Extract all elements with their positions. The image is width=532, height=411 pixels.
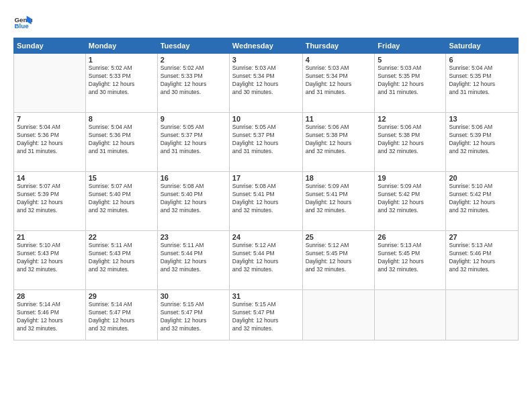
day-number: 12: [378, 115, 443, 123]
day-number: 18: [306, 174, 372, 182]
calendar-cell: 14Sunrise: 5:07 AM Sunset: 5:39 PM Dayli…: [14, 172, 86, 231]
day-info: Sunrise: 5:05 AM Sunset: 5:37 PM Dayligh…: [232, 124, 300, 156]
day-number: 14: [17, 174, 83, 182]
day-info: Sunrise: 5:04 AM Sunset: 5:36 PM Dayligh…: [89, 124, 154, 156]
calendar-cell: 2Sunrise: 5:02 AM Sunset: 5:33 PM Daylig…: [157, 54, 229, 113]
calendar-cell: 17Sunrise: 5:08 AM Sunset: 5:41 PM Dayli…: [229, 172, 302, 231]
calendar-cell: 12Sunrise: 5:06 AM Sunset: 5:38 PM Dayli…: [375, 113, 446, 172]
calendar-cell: 22Sunrise: 5:11 AM Sunset: 5:43 PM Dayli…: [85, 231, 157, 290]
day-info: Sunrise: 5:03 AM Sunset: 5:34 PM Dayligh…: [232, 64, 300, 97]
day-number: 15: [89, 174, 154, 182]
weekday-header-sunday: Sunday: [14, 38, 86, 54]
calendar-cell: 13Sunrise: 5:06 AM Sunset: 5:39 PM Dayli…: [446, 113, 519, 172]
calendar-cell: [14, 54, 86, 113]
day-number: 21: [17, 233, 83, 241]
logo: General Blue: [13, 12, 35, 31]
header: General Blue: [13, 12, 519, 31]
day-number: 5: [378, 56, 443, 64]
day-info: Sunrise: 5:12 AM Sunset: 5:44 PM Dayligh…: [232, 242, 300, 274]
day-info: Sunrise: 5:08 AM Sunset: 5:41 PM Dayligh…: [232, 183, 300, 215]
day-number: 7: [17, 115, 83, 123]
calendar-cell: 18Sunrise: 5:09 AM Sunset: 5:41 PM Dayli…: [302, 172, 375, 231]
calendar-cell: 24Sunrise: 5:12 AM Sunset: 5:44 PM Dayli…: [229, 231, 302, 290]
page: General Blue SundayMondayTuesdayWednesda…: [0, 0, 532, 411]
day-info: Sunrise: 5:14 AM Sunset: 5:46 PM Dayligh…: [17, 301, 83, 333]
calendar-cell: 7Sunrise: 5:04 AM Sunset: 5:36 PM Daylig…: [14, 113, 86, 172]
calendar-cell: 31Sunrise: 5:15 AM Sunset: 5:47 PM Dayli…: [229, 290, 302, 340]
day-number: 2: [161, 56, 226, 64]
weekday-header-wednesday: Wednesday: [229, 38, 302, 54]
day-number: 8: [89, 115, 154, 123]
day-info: Sunrise: 5:04 AM Sunset: 5:36 PM Dayligh…: [17, 124, 83, 156]
calendar-cell: 10Sunrise: 5:05 AM Sunset: 5:37 PM Dayli…: [229, 113, 302, 172]
day-info: Sunrise: 5:06 AM Sunset: 5:39 PM Dayligh…: [449, 124, 515, 156]
day-number: 6: [449, 56, 515, 64]
day-number: 22: [89, 233, 154, 241]
day-number: 28: [17, 292, 83, 300]
day-info: Sunrise: 5:07 AM Sunset: 5:39 PM Dayligh…: [17, 183, 83, 215]
day-info: Sunrise: 5:15 AM Sunset: 5:47 PM Dayligh…: [161, 301, 226, 333]
calendar-header: SundayMondayTuesdayWednesdayThursdayFrid…: [14, 38, 519, 54]
day-info: Sunrise: 5:11 AM Sunset: 5:43 PM Dayligh…: [89, 242, 154, 274]
calendar-week-row: 14Sunrise: 5:07 AM Sunset: 5:39 PM Dayli…: [14, 172, 519, 231]
day-info: Sunrise: 5:05 AM Sunset: 5:37 PM Dayligh…: [161, 124, 226, 156]
day-number: 4: [306, 56, 372, 64]
day-number: 13: [449, 115, 515, 123]
day-number: 30: [161, 292, 226, 300]
weekday-header-monday: Monday: [85, 38, 157, 54]
calendar-week-row: 7Sunrise: 5:04 AM Sunset: 5:36 PM Daylig…: [14, 113, 519, 172]
day-number: 3: [232, 56, 300, 64]
calendar-cell: 25Sunrise: 5:12 AM Sunset: 5:45 PM Dayli…: [302, 231, 375, 290]
day-number: 20: [449, 174, 515, 182]
calendar-cell: 4Sunrise: 5:03 AM Sunset: 5:34 PM Daylig…: [302, 54, 375, 113]
day-info: Sunrise: 5:14 AM Sunset: 5:47 PM Dayligh…: [89, 301, 154, 333]
calendar-cell: [446, 290, 519, 340]
day-info: Sunrise: 5:02 AM Sunset: 5:33 PM Dayligh…: [161, 64, 226, 97]
logo-icon: General Blue: [13, 12, 32, 31]
day-number: 9: [161, 115, 226, 123]
day-info: Sunrise: 5:13 AM Sunset: 5:46 PM Dayligh…: [449, 242, 515, 274]
calendar-cell: 3Sunrise: 5:03 AM Sunset: 5:34 PM Daylig…: [229, 54, 302, 113]
calendar-cell: 20Sunrise: 5:10 AM Sunset: 5:42 PM Dayli…: [446, 172, 519, 231]
day-info: Sunrise: 5:10 AM Sunset: 5:43 PM Dayligh…: [17, 242, 83, 274]
calendar-week-row: 1Sunrise: 5:02 AM Sunset: 5:33 PM Daylig…: [14, 54, 519, 113]
day-number: 27: [449, 233, 515, 241]
day-number: 11: [306, 115, 372, 123]
day-number: 25: [306, 233, 372, 241]
day-info: Sunrise: 5:09 AM Sunset: 5:41 PM Dayligh…: [306, 183, 372, 215]
day-info: Sunrise: 5:08 AM Sunset: 5:40 PM Dayligh…: [161, 183, 226, 215]
day-info: Sunrise: 5:12 AM Sunset: 5:45 PM Dayligh…: [306, 242, 372, 274]
day-info: Sunrise: 5:09 AM Sunset: 5:42 PM Dayligh…: [378, 183, 443, 215]
calendar-cell: 8Sunrise: 5:04 AM Sunset: 5:36 PM Daylig…: [85, 113, 157, 172]
day-number: 31: [232, 292, 300, 300]
calendar-cell: 28Sunrise: 5:14 AM Sunset: 5:46 PM Dayli…: [14, 290, 86, 340]
day-info: Sunrise: 5:03 AM Sunset: 5:34 PM Dayligh…: [306, 64, 372, 97]
day-number: 23: [161, 233, 226, 241]
weekday-header-friday: Friday: [375, 38, 446, 54]
day-number: 19: [378, 174, 443, 182]
weekday-header-tuesday: Tuesday: [157, 38, 229, 54]
calendar-cell: 6Sunrise: 5:04 AM Sunset: 5:35 PM Daylig…: [446, 54, 519, 113]
calendar-cell: 5Sunrise: 5:03 AM Sunset: 5:35 PM Daylig…: [375, 54, 446, 113]
calendar-cell: 23Sunrise: 5:11 AM Sunset: 5:44 PM Dayli…: [157, 231, 229, 290]
day-number: 10: [232, 115, 300, 123]
day-number: 26: [378, 233, 443, 241]
day-info: Sunrise: 5:10 AM Sunset: 5:42 PM Dayligh…: [449, 183, 515, 215]
day-number: 16: [161, 174, 226, 182]
calendar-cell: [302, 290, 375, 340]
day-number: 24: [232, 233, 300, 241]
weekday-header-saturday: Saturday: [446, 38, 519, 54]
day-number: 29: [89, 292, 154, 300]
calendar-cell: 9Sunrise: 5:05 AM Sunset: 5:37 PM Daylig…: [157, 113, 229, 172]
calendar-cell: 30Sunrise: 5:15 AM Sunset: 5:47 PM Dayli…: [157, 290, 229, 340]
svg-text:Blue: Blue: [14, 22, 29, 30]
calendar-cell: 1Sunrise: 5:02 AM Sunset: 5:33 PM Daylig…: [85, 54, 157, 113]
day-info: Sunrise: 5:11 AM Sunset: 5:44 PM Dayligh…: [161, 242, 226, 274]
day-info: Sunrise: 5:02 AM Sunset: 5:33 PM Dayligh…: [89, 64, 154, 97]
calendar-cell: 11Sunrise: 5:06 AM Sunset: 5:38 PM Dayli…: [302, 113, 375, 172]
calendar-cell: 16Sunrise: 5:08 AM Sunset: 5:40 PM Dayli…: [157, 172, 229, 231]
day-info: Sunrise: 5:07 AM Sunset: 5:40 PM Dayligh…: [89, 183, 154, 215]
calendar-week-row: 21Sunrise: 5:10 AM Sunset: 5:43 PM Dayli…: [14, 231, 519, 290]
calendar-cell: 15Sunrise: 5:07 AM Sunset: 5:40 PM Dayli…: [85, 172, 157, 231]
day-info: Sunrise: 5:06 AM Sunset: 5:38 PM Dayligh…: [306, 124, 372, 156]
